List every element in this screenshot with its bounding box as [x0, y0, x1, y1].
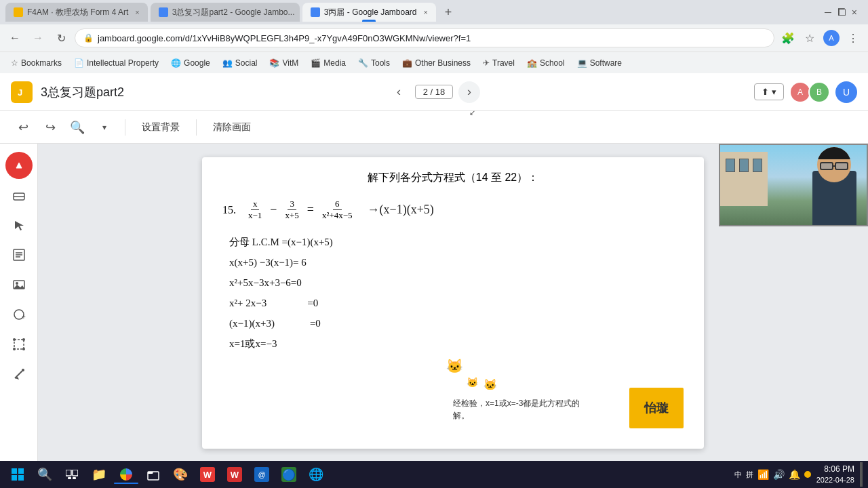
lock-icon: 🔒: [83, 33, 94, 43]
menu-button[interactable]: ⋮: [844, 28, 863, 47]
jamboard-frame[interactable]: 解下列各分式方程式（14 至 22）： 15. x x−1 − 3 x+5: [202, 157, 704, 449]
laser-tool[interactable]: [5, 361, 33, 388]
fraction-1: x x−1: [246, 199, 264, 221]
share-dropdown-icon: ▾: [772, 87, 776, 97]
window-close-icon[interactable]: ×: [852, 7, 857, 18]
set-background-button[interactable]: 设置背景: [134, 119, 188, 136]
app1-button[interactable]: W: [195, 462, 220, 487]
sticky-note-tool[interactable]: [5, 241, 33, 268]
pen-tool[interactable]: [5, 152, 33, 179]
notification-icon[interactable]: 🔔: [789, 469, 800, 480]
bookmark-google[interactable]: 🌐 Google: [165, 57, 216, 69]
image-tool[interactable]: [5, 271, 33, 298]
share-button[interactable]: ⬆ ▾: [754, 83, 784, 100]
bookmark-travel-label: Travel: [492, 58, 515, 68]
user-avatar[interactable]: U: [835, 81, 857, 103]
bookmark-travel[interactable]: ✈ Travel: [477, 57, 520, 69]
task-view-button[interactable]: [60, 462, 84, 487]
svg-rect-13: [14, 340, 24, 349]
tab-favicon-jamboard2: [159, 7, 168, 17]
forward-button[interactable]: →: [28, 28, 47, 47]
solution-text: 经检验，x=1或x=-3都是此方程式的解。: [453, 399, 580, 420]
toolbar-divider-1: [125, 119, 125, 136]
prev-page-button[interactable]: ‹: [388, 81, 410, 103]
reload-button[interactable]: ↻: [52, 28, 71, 47]
transform-tool[interactable]: [5, 331, 33, 358]
browser-taskbar-button[interactable]: [114, 462, 138, 487]
bookmark-vitm-label: VitM: [282, 58, 298, 68]
show-desktop-button[interactable]: [860, 462, 863, 487]
bookmark-other-business[interactable]: 💼 Other Business: [397, 57, 476, 69]
volume-icon[interactable]: 🔊: [773, 469, 785, 480]
url-text: jamboard.google.com/d/1xYvHiB8yWQPLEGFL3…: [98, 33, 766, 43]
network-icon[interactable]: 📶: [757, 469, 769, 480]
yellow-sticky-note[interactable]: 怡璇: [629, 388, 684, 428]
small-icon-2: 🐱: [467, 377, 478, 388]
file-explorer-button[interactable]: 📁: [87, 462, 111, 487]
bookmark-intellectual-property[interactable]: 📄 Intellectual Property: [68, 57, 164, 69]
app4-button[interactable]: 🔵: [277, 462, 301, 487]
tab-jamboard2[interactable]: 3总复习题part2 - Google Jambo... ×: [151, 3, 300, 22]
profile-avatar[interactable]: A: [823, 30, 840, 46]
app-title: 3总复习题part2: [41, 84, 124, 100]
svg-rect-24: [73, 470, 78, 476]
bookmark-social[interactable]: 👥 Social: [217, 57, 263, 69]
tab-close-jamboard3[interactable]: ×: [424, 8, 428, 16]
next-page-button[interactable]: ›: [458, 81, 480, 103]
window-minimize-icon[interactable]: ─: [825, 7, 831, 18]
taskbar-clock[interactable]: 8:06 PM 2022-04-28: [816, 464, 854, 485]
file-manager-button[interactable]: [141, 462, 165, 487]
tab-label-jamboard2: 3总复习题part2 - Google Jambo...: [172, 7, 295, 18]
tab-f4am[interactable]: F4AM · 教理农场 Form 4 Art ×: [5, 3, 148, 22]
svg-rect-20: [18, 468, 24, 474]
extensions-button[interactable]: 🧩: [778, 28, 797, 47]
bookmark-media-icon: 🎬: [311, 58, 321, 68]
bookmark-school[interactable]: 🏫 School: [521, 57, 570, 69]
redo-button[interactable]: ↪: [38, 115, 62, 140]
tab-close-f4am[interactable]: ×: [135, 8, 139, 16]
taskbar-right: 中 拼 📶 🔊 🔔 8:06 PM 2022-04-28: [734, 462, 863, 487]
svg-rect-22: [18, 475, 24, 481]
svg-point-18: [22, 369, 24, 371]
step-lcm: 分母 L.C.M =(x−1)(x+5): [229, 232, 684, 252]
equals-sign: =: [307, 203, 314, 217]
new-tab-button[interactable]: +: [439, 3, 458, 22]
eraser-tool[interactable]: [5, 182, 33, 209]
app2-button[interactable]: W: [222, 462, 247, 487]
clear-canvas-button[interactable]: 清除画面: [205, 119, 259, 136]
solution-steps: 分母 L.C.M =(x−1)(x+5) x(x+5) −3(x−1)= 6 x…: [229, 232, 684, 354]
start-button[interactable]: [5, 462, 30, 487]
app5-button[interactable]: 🌐: [304, 462, 328, 487]
bookmark-tools[interactable]: 🔧 Tools: [353, 57, 395, 69]
page-indicator[interactable]: 2 / 18: [415, 85, 453, 99]
toolbar-divider-2: [196, 119, 197, 136]
zoom-dropdown-button[interactable]: ▾: [92, 115, 117, 140]
bookmark-button[interactable]: ☆: [800, 28, 819, 47]
svg-point-10: [16, 282, 18, 285]
taskbar: 🔍 📁 🎨 W W @ 🔵 🌐 中 拼 📶 🔊 🔔 8:06 PM 202: [0, 461, 868, 488]
bookmark-vitm[interactable]: 📚 VitM: [264, 57, 304, 69]
undo-button[interactable]: ↩: [11, 115, 35, 140]
address-bar[interactable]: 🔒 jamboard.google.com/d/1xYvHiB8yWQPLEGF…: [75, 28, 774, 47]
paint-button[interactable]: 🎨: [168, 462, 193, 487]
browser-titlebar: F4AM · 教理农场 Form 4 Art × 3总复习题part2 - Go…: [0, 0, 868, 24]
bookmark-biz-label: Other Business: [415, 58, 471, 68]
canvas-area[interactable]: 解下列各分式方程式（14 至 22）： 15. x x−1 − 3 x+5: [38, 144, 868, 488]
keyboard-indicator: 中: [734, 470, 742, 480]
bookmark-bookmarks[interactable]: ☆ Bookmarks: [5, 57, 67, 69]
bookmark-media[interactable]: 🎬 Media: [305, 57, 351, 69]
upload-icon: ⬆: [762, 87, 769, 97]
app-header: J 3总复习题part2 ‹ 2 / 18 › ↙ ⬆ ▾ A B U: [0, 73, 868, 111]
search-button[interactable]: 🔍: [33, 462, 57, 487]
svg-text:J: J: [18, 87, 22, 98]
win-update-icon: [804, 471, 811, 478]
tab-jamboard3[interactable]: 3丙届 - Google Jamboard ×: [302, 3, 436, 22]
profile-button[interactable]: A: [822, 28, 841, 47]
select-tool[interactable]: [5, 211, 33, 239]
app3-button[interactable]: @: [250, 462, 274, 487]
zoom-button[interactable]: 🔍: [65, 115, 90, 140]
window-maximize-icon[interactable]: ⧠: [837, 7, 846, 18]
back-button[interactable]: ←: [5, 28, 24, 47]
bookmark-software[interactable]: 💻 Software: [572, 57, 627, 69]
shape-tool[interactable]: +: [5, 301, 33, 328]
